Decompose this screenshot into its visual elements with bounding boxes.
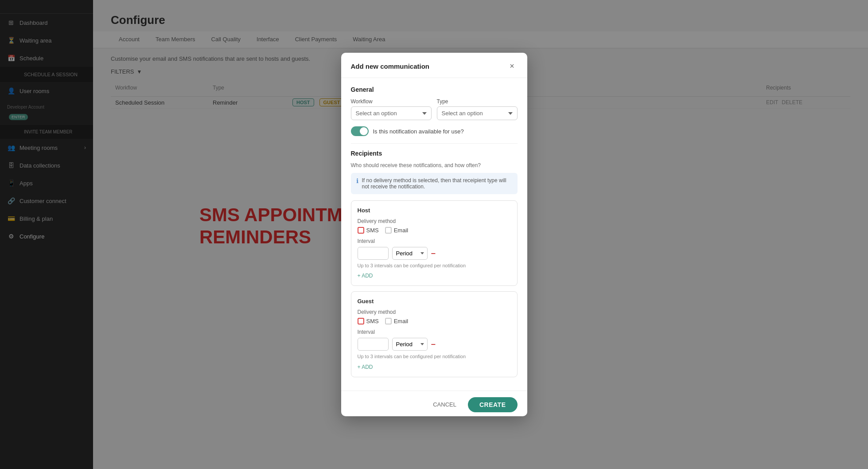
guest-interval-label: Interval [358,329,511,335]
host-interval-row: Period Minutes Hours Days − [358,247,511,260]
workflow-label: Workflow [351,98,432,105]
general-section-title: General [351,86,518,93]
guest-email-checkbox-item[interactable]: Email [385,318,409,324]
guest-email-label: Email [394,318,409,324]
modal-footer: CANCEL CREATE [341,391,527,416]
toggle-knob [360,127,368,135]
host-interval-remove-button[interactable]: − [431,250,436,258]
type-label: Type [437,98,518,105]
availability-toggle[interactable] [351,126,369,136]
host-period-select[interactable]: Period Minutes Hours Days [392,247,428,260]
toggle-label: Is this notification available for use? [373,128,464,135]
host-email-checkbox[interactable] [385,227,392,234]
guest-email-checkbox[interactable] [385,318,392,324]
guest-sms-checkbox-item[interactable]: SMS [358,318,379,324]
section-divider-1 [351,143,518,144]
workflow-form-group: Workflow Select an option Scheduled Sess… [351,98,432,120]
host-interval-section: Interval Period Minutes Hours Days − Up … [358,238,511,279]
workflow-select[interactable]: Select an option Scheduled Session Insta… [351,106,432,120]
info-text: If no delivery method is selected, then … [362,177,512,190]
host-email-checkbox-item[interactable]: Email [385,227,409,234]
guest-interval-input[interactable] [358,338,389,351]
guest-interval-remove-button[interactable]: − [431,340,436,348]
host-sms-checkbox[interactable] [358,227,364,234]
guest-sms-label: SMS [366,318,379,324]
guest-interval-row: Period Minutes Hours Days − [358,338,511,351]
guest-section-title: Guest [358,298,511,305]
info-box: ℹ If no delivery method is selected, the… [351,173,518,194]
host-add-interval-button[interactable]: + ADD [358,273,373,279]
host-interval-input[interactable] [358,247,389,260]
toggle-row: Is this notification available for use? [351,126,518,136]
modal-overlay[interactable]: Add new communication × General Workflow… [0,0,868,469]
general-form-row: Workflow Select an option Scheduled Sess… [351,98,518,120]
recipients-section-title: Recipients [351,150,518,157]
guest-interval-section: Interval Period Minutes Hours Days − Up … [358,329,511,370]
host-sms-checkbox-item[interactable]: SMS [358,227,379,234]
host-section: Host Delivery method SMS Email Interval [351,200,518,286]
modal-dialog: Add new communication × General Workflow… [341,53,527,416]
host-section-title: Host [358,207,511,214]
modal-body: General Workflow Select an option Schedu… [341,78,527,391]
guest-period-select[interactable]: Period Minutes Hours Days [392,338,428,351]
type-select[interactable]: Select an option Reminder Confirmation F… [437,106,518,120]
modal-title: Add new communication [351,63,430,70]
host-interval-label: Interval [358,238,511,244]
host-delivery-method-label: Delivery method [358,218,511,224]
create-button[interactable]: CREATE [468,397,518,412]
guest-delivery-checkboxes: SMS Email [358,318,511,324]
host-interval-hint: Up to 3 intervals can be configured per … [358,262,511,269]
cancel-button[interactable]: CANCEL [427,398,463,411]
host-delivery-checkboxes: SMS Email [358,227,511,234]
host-email-label: Email [394,227,409,234]
guest-sms-checkbox[interactable] [358,318,364,324]
host-sms-label: SMS [366,227,379,234]
guest-delivery-method-label: Delivery method [358,309,511,315]
type-form-group: Type Select an option Reminder Confirmat… [437,98,518,120]
modal-header: Add new communication × [341,53,527,78]
guest-interval-hint: Up to 3 intervals can be configured per … [358,353,511,360]
recipients-description: Who should receive these notifications, … [351,162,518,168]
info-icon: ℹ [356,177,358,184]
modal-close-button[interactable]: × [507,61,518,71]
guest-section: Guest Delivery method SMS Email Interval [351,291,518,377]
guest-add-interval-button[interactable]: + ADD [358,364,373,370]
